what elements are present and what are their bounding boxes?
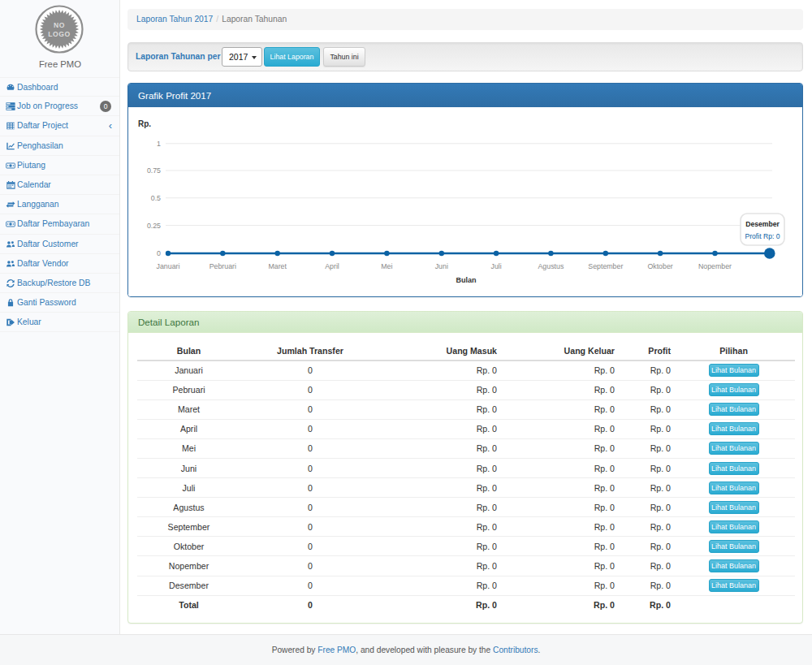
svg-text:Juli: Juli — [490, 262, 501, 270]
svg-text:0.25: 0.25 — [147, 222, 161, 230]
svg-text:NO: NO — [54, 21, 65, 29]
svg-text:0: 0 — [157, 249, 161, 257]
svg-text:Bulan: Bulan — [456, 276, 476, 284]
svg-text:Juni: Juni — [435, 262, 448, 270]
svg-text:April: April — [325, 262, 339, 270]
svg-text:0.75: 0.75 — [147, 166, 161, 175]
svg-text:Mei: Mei — [381, 262, 392, 270]
svg-text:Desember: Desember — [745, 220, 780, 228]
svg-text:Januari: Januari — [157, 262, 180, 270]
svg-text:Rp.: Rp. — [138, 119, 151, 128]
svg-text:LOGO: LOGO — [48, 30, 70, 38]
svg-text:Maret: Maret — [268, 262, 287, 270]
svg-text:1: 1 — [157, 140, 161, 148]
svg-text:Agustus: Agustus — [538, 262, 564, 270]
svg-text:Pebruari: Pebruari — [209, 262, 236, 270]
svg-text:0.5: 0.5 — [151, 194, 161, 202]
svg-text:Nopember: Nopember — [698, 262, 732, 270]
svg-text:September: September — [588, 262, 623, 270]
svg-text:Profit Rp: 0: Profit Rp: 0 — [745, 232, 780, 240]
svg-text:Oktober: Oktober — [647, 262, 672, 270]
